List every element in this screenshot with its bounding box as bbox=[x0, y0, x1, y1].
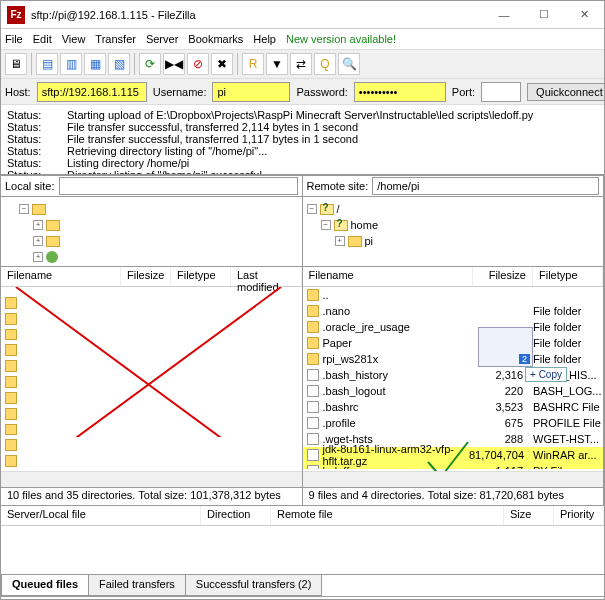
refresh-icon[interactable]: ⟳ bbox=[139, 53, 161, 75]
table-row[interactable]: .oracle_jre_usageFile folder bbox=[303, 319, 604, 335]
password-input[interactable] bbox=[354, 82, 446, 102]
menu-file[interactable]: File bbox=[5, 33, 23, 45]
copy-hint: + Copy bbox=[525, 367, 567, 382]
sitemanager-icon[interactable]: 🖥 bbox=[5, 53, 27, 75]
tab-queued[interactable]: Queued files bbox=[1, 575, 89, 596]
minimize-button[interactable]: — bbox=[484, 1, 524, 29]
close-button[interactable]: ✕ bbox=[564, 1, 604, 29]
remote-col-type[interactable]: Filetype bbox=[533, 267, 603, 286]
status-log[interactable]: Status:Starting upload of E:\Dropbox\Pro… bbox=[1, 105, 604, 175]
file-icon bbox=[307, 465, 319, 469]
remote-summary: 9 files and 4 directories. Total size: 8… bbox=[303, 487, 604, 505]
menu-transfer[interactable]: Transfer bbox=[95, 33, 136, 45]
filter-icon[interactable]: ▼ bbox=[266, 53, 288, 75]
folder-icon bbox=[307, 353, 319, 365]
file-icon bbox=[307, 385, 319, 397]
disconnect-icon[interactable]: ✖ bbox=[211, 53, 233, 75]
host-label: Host: bbox=[5, 86, 31, 98]
port-input[interactable] bbox=[481, 82, 521, 102]
drag-preview: 2 bbox=[478, 327, 533, 367]
reconnect-icon[interactable]: R bbox=[242, 53, 264, 75]
folder-icon bbox=[307, 337, 319, 349]
local-tree[interactable]: − + + + bbox=[1, 197, 302, 267]
local-summary: 10 files and 35 directories. Total size:… bbox=[1, 487, 302, 505]
queue-col-remote[interactable]: Remote file bbox=[271, 506, 504, 525]
toolbar: 🖥 ▤ ▥ ▦ ▧ ⟳ ▶◀ ⊘ ✖ R ▼ ⇄ Q 🔍 bbox=[1, 49, 604, 79]
table-row[interactable]: .nanoFile folder bbox=[303, 303, 604, 319]
toggle-remote-icon[interactable]: ▦ bbox=[84, 53, 106, 75]
maximize-button[interactable]: ☐ bbox=[524, 1, 564, 29]
process-queue-icon[interactable]: ▶◀ bbox=[163, 53, 185, 75]
queue-pane: Server/Local file Direction Remote file … bbox=[1, 505, 604, 596]
menu-edit[interactable]: Edit bbox=[33, 33, 52, 45]
remote-site-input[interactable] bbox=[372, 177, 599, 195]
remote-col-size[interactable]: Filesize bbox=[473, 267, 533, 286]
cancel-icon[interactable]: ⊘ bbox=[187, 53, 209, 75]
menu-view[interactable]: View bbox=[62, 33, 86, 45]
folder-icon bbox=[307, 289, 319, 301]
pass-label: Password: bbox=[296, 86, 347, 98]
quickconnect-button[interactable]: Quickconnect bbox=[527, 83, 605, 101]
username-input[interactable] bbox=[212, 82, 290, 102]
queue-body[interactable] bbox=[1, 526, 604, 574]
port-label: Port: bbox=[452, 86, 475, 98]
menu-bookmarks[interactable]: Bookmarks bbox=[188, 33, 243, 45]
overlay-x-icon bbox=[1, 287, 301, 437]
local-pane: Local site: − + + + Filename Filesize Fi… bbox=[1, 175, 303, 505]
svg-line-0 bbox=[16, 287, 281, 437]
file-icon bbox=[307, 449, 319, 461]
table-row[interactable]: .. bbox=[303, 287, 604, 303]
table-row[interactable]: rpi_ws281xFile folder bbox=[303, 351, 604, 367]
file-icon bbox=[307, 433, 319, 445]
folder-icon bbox=[307, 305, 319, 317]
search-icon[interactable]: 🔍 bbox=[338, 53, 360, 75]
svg-line-1 bbox=[16, 287, 281, 437]
menu-bar: File Edit View Transfer Server Bookmarks… bbox=[1, 29, 604, 49]
toggle-local-icon[interactable]: ▥ bbox=[60, 53, 82, 75]
remote-scrollbar[interactable] bbox=[303, 471, 604, 487]
table-row[interactable]: jdk-8u161-linux-arm32-vfp-hflt.tar.gz81,… bbox=[303, 447, 604, 463]
queue-col-size[interactable]: Size bbox=[504, 506, 554, 525]
folder-icon bbox=[307, 321, 319, 333]
menu-help[interactable]: Help bbox=[253, 33, 276, 45]
table-row[interactable]: .bashrc3,523BASHRC File bbox=[303, 399, 604, 415]
tab-failed[interactable]: Failed transfers bbox=[88, 575, 186, 596]
window-title: sftp://pi@192.168.1.115 - FileZilla bbox=[31, 9, 484, 21]
remote-col-name[interactable]: Filename bbox=[303, 267, 474, 286]
file-icon bbox=[307, 417, 319, 429]
remote-file-list[interactable]: Filename Filesize Filetype ...nanoFile f… bbox=[303, 267, 604, 487]
title-bar: Fz sftp://pi@192.168.1.115 - FileZilla —… bbox=[1, 1, 604, 29]
remote-pane: Remote site: −/ −home +pi Filename Files… bbox=[303, 175, 605, 505]
local-site-input[interactable] bbox=[59, 177, 298, 195]
local-scrollbar[interactable] bbox=[1, 471, 302, 487]
remote-site-label: Remote site: bbox=[307, 180, 369, 192]
table-row[interactable]: .profile675PROFILE File bbox=[303, 415, 604, 431]
toggle-log-icon[interactable]: ▤ bbox=[36, 53, 58, 75]
menu-new-version[interactable]: New version available! bbox=[286, 33, 396, 45]
host-input[interactable] bbox=[37, 82, 147, 102]
compare-icon[interactable]: ⇄ bbox=[290, 53, 312, 75]
menu-server[interactable]: Server bbox=[146, 33, 178, 45]
local-col-size[interactable]: Filesize bbox=[121, 267, 171, 286]
toggle-queue-icon[interactable]: ▧ bbox=[108, 53, 130, 75]
file-icon bbox=[307, 401, 319, 413]
remote-tree[interactable]: −/ −home +pi bbox=[303, 197, 604, 267]
queue-col-local[interactable]: Server/Local file bbox=[1, 506, 201, 525]
file-icon bbox=[307, 369, 319, 381]
table-row[interactable]: .bash_logout220BASH_LOG... bbox=[303, 383, 604, 399]
sync-browse-icon[interactable]: Q bbox=[314, 53, 336, 75]
app-logo-icon: Fz bbox=[7, 6, 25, 24]
local-col-modified[interactable]: Last modified bbox=[231, 267, 302, 286]
queue-col-priority[interactable]: Priority bbox=[554, 506, 604, 525]
table-row[interactable]: PaperFile folder bbox=[303, 335, 604, 351]
local-site-label: Local site: bbox=[5, 180, 55, 192]
status-bar: 🔒 Queue: empty •• bbox=[1, 596, 604, 600]
local-file-list[interactable]: Filename Filesize Filetype Last modified bbox=[1, 267, 302, 487]
queue-col-direction[interactable]: Direction bbox=[201, 506, 271, 525]
tab-successful[interactable]: Successful transfers (2) bbox=[185, 575, 323, 596]
local-col-name[interactable]: Filename bbox=[1, 267, 121, 286]
user-label: Username: bbox=[153, 86, 207, 98]
local-col-type[interactable]: Filetype bbox=[171, 267, 231, 286]
quickconnect-bar: Host: Username: Password: Port: Quickcon… bbox=[1, 79, 604, 105]
